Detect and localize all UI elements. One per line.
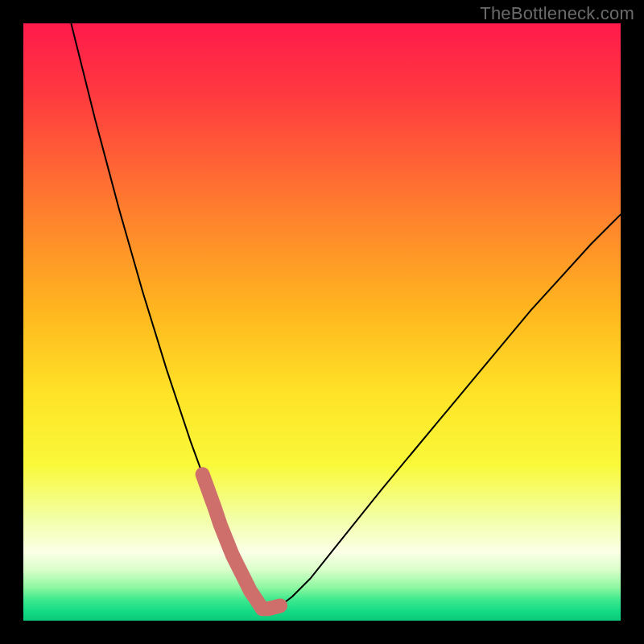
plot-area	[23, 23, 621, 621]
watermark-text: TheBottleneck.com	[480, 3, 634, 24]
gradient-background	[23, 23, 621, 621]
plot-svg	[23, 23, 621, 621]
chart-frame: TheBottleneck.com	[0, 0, 644, 644]
